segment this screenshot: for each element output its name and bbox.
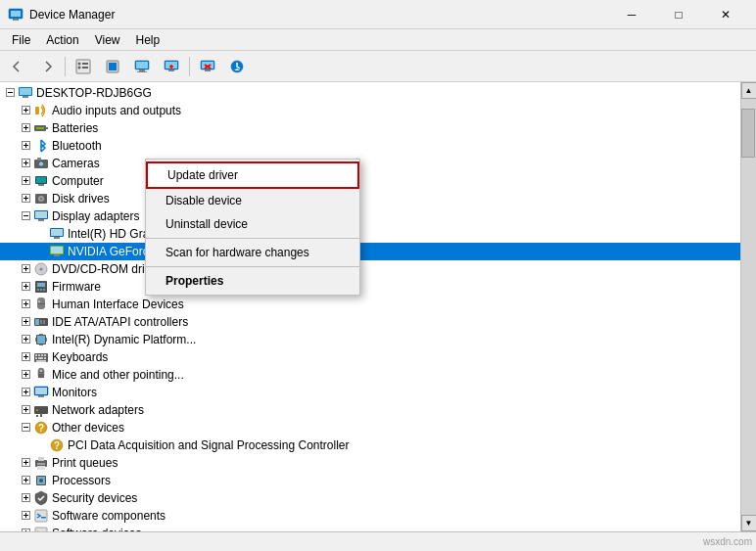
tree-item-cameras[interactable]: Cameras <box>0 155 740 172</box>
context-menu-item-update[interactable]: Update driver <box>146 161 359 189</box>
context-menu-item-uninstall[interactable]: Uninstall device <box>146 212 359 236</box>
context-menu-item-scan[interactable]: Scan for hardware changes <box>146 241 359 264</box>
tree-toggle[interactable] <box>18 405 33 416</box>
svg-rect-1 <box>11 11 21 17</box>
tree-item-keyboards[interactable]: Keyboards <box>0 348 740 366</box>
menu-help[interactable]: Help <box>128 31 168 49</box>
svg-point-4 <box>78 62 81 65</box>
tree-item-other[interactable]: ?Other devices <box>0 419 740 436</box>
tree-item-dvd[interactable]: DVD/CD-ROM drives <box>0 260 740 278</box>
tree-item-bluetooth[interactable]: Bluetooth <box>0 137 740 155</box>
tree-item-ide[interactable]: IDE ATA/ATAPI controllers <box>0 313 740 331</box>
tree-item-pci[interactable]: ?PCI Data Acquisition and Signal Process… <box>0 436 740 454</box>
svg-rect-165 <box>41 517 46 519</box>
menu-file[interactable]: File <box>4 31 38 49</box>
computer-toolbar-button[interactable] <box>128 54 156 79</box>
tree-item-nvidia[interactable]: NVIDIA GeForce 940M <box>0 243 740 260</box>
close-button[interactable]: ✕ <box>703 0 748 29</box>
tree-toggle[interactable] <box>18 141 33 152</box>
scan-toolbar-button[interactable] <box>158 54 185 79</box>
tree-toggle[interactable] <box>18 388 33 398</box>
svg-point-125 <box>40 370 42 372</box>
tree-icon-pci: ? <box>49 437 65 453</box>
tree-label-software: Software components <box>52 509 165 523</box>
tree-toggle[interactable] <box>18 352 33 363</box>
svg-rect-5 <box>82 63 88 65</box>
back-button[interactable] <box>4 54 31 79</box>
svg-point-157 <box>39 479 43 482</box>
tree-toggle[interactable] <box>18 335 33 345</box>
tree-toggle[interactable] <box>18 123 33 134</box>
tree-toggle[interactable] <box>18 511 33 522</box>
status-bar <box>0 531 756 551</box>
tree-toggle[interactable] <box>18 493 33 504</box>
tree-item-mice[interactable]: Mice and other pointing... <box>0 366 740 384</box>
tree-item-software[interactable]: Software components <box>0 507 740 525</box>
toggle-toolbar-button[interactable] <box>99 54 126 79</box>
tree-item-security[interactable]: Security devices <box>0 489 740 507</box>
tree-item-monitors[interactable]: Monitors <box>0 384 740 401</box>
tree-icon-software <box>33 508 49 524</box>
tree-item-network[interactable]: Network adapters <box>0 401 740 419</box>
svg-rect-33 <box>35 107 39 115</box>
tree-item-batteries[interactable]: Batteries <box>0 119 740 137</box>
tree-item-audio[interactable]: Audio inputs and outputs <box>0 102 740 119</box>
svg-point-90 <box>38 300 40 302</box>
tree-toggle[interactable] <box>18 370 33 381</box>
tree-item-computer[interactable]: Computer <box>0 172 740 190</box>
menu-action[interactable]: Action <box>38 31 86 49</box>
tree-icon-firmware <box>33 279 49 295</box>
tree-toggle[interactable] <box>18 476 33 486</box>
tree-item-display[interactable]: Display adapters <box>0 207 740 225</box>
tree-item-diskdrives[interactable]: Disk drives <box>0 190 740 207</box>
minimize-button[interactable]: ─ <box>609 0 654 29</box>
tree-toggle[interactable] <box>18 282 33 293</box>
tree-label-intelproc: Intel(R) Dynamic Platform... <box>52 333 196 346</box>
svg-rect-16 <box>168 69 174 71</box>
tree-toggle[interactable] <box>18 299 33 310</box>
tree-icon-audio <box>33 103 49 118</box>
device-tree[interactable]: DESKTOP-RDJB6GGAudio inputs and outputsB… <box>0 82 740 531</box>
svg-rect-48 <box>37 158 41 161</box>
context-menu-item-properties[interactable]: Properties <box>146 269 359 293</box>
tree-toggle[interactable] <box>18 458 33 469</box>
tree-item-swdevices[interactable]: Software devices <box>0 525 740 531</box>
svg-point-60 <box>40 198 42 200</box>
tree-toggle[interactable] <box>18 211 33 222</box>
tree-item-human[interactable]: Human Interface Devices <box>0 296 740 313</box>
context-menu-item-disable[interactable]: Disable device <box>146 189 359 212</box>
forward-button[interactable] <box>33 54 61 79</box>
update-toolbar-button[interactable] <box>223 54 251 79</box>
tree-toggle[interactable] <box>18 194 33 205</box>
svg-rect-111 <box>35 354 37 356</box>
scrollbar-thumb[interactable] <box>741 109 755 158</box>
menu-view[interactable]: View <box>87 31 128 49</box>
tree-item-intelproc[interactable]: Intel(R) Dynamic Platform... <box>0 331 740 348</box>
tree-item-intel[interactable]: Intel(R) HD Graphics 520 <box>0 225 740 243</box>
scroll-down-button[interactable]: ▼ <box>741 515 757 531</box>
scrollbar[interactable]: ▲ ▼ <box>740 82 756 531</box>
tree-toggle[interactable] <box>18 159 33 169</box>
tree-label-display: Display adapters <box>52 209 139 223</box>
tree-toggle[interactable] <box>18 528 33 532</box>
tree-toggle[interactable] <box>18 317 33 328</box>
tree-toggle[interactable] <box>18 423 33 434</box>
scroll-up-button[interactable]: ▲ <box>741 82 757 99</box>
svg-point-82 <box>37 289 39 291</box>
tree-label-ide: IDE ATA/ATAPI controllers <box>52 315 188 329</box>
tree-toggle[interactable] <box>18 106 33 116</box>
tree-toggle[interactable] <box>2 88 18 99</box>
remove-toolbar-button[interactable] <box>194 54 221 79</box>
tree-item-processors[interactable]: Processors <box>0 472 740 489</box>
tree-item-printqueues[interactable]: Print queues <box>0 454 740 472</box>
tree-toggle[interactable] <box>18 176 33 187</box>
tree-item-firmware[interactable]: Firmware <box>0 278 740 296</box>
maximize-button[interactable]: □ <box>656 0 701 29</box>
scrollbar-track[interactable] <box>741 99 756 515</box>
svg-rect-123 <box>38 374 44 378</box>
toolbar-separator-2 <box>189 57 190 76</box>
tree-item-root[interactable]: DESKTOP-RDJB6GG <box>0 84 740 102</box>
properties-toolbar-button[interactable] <box>70 54 97 79</box>
tree-toggle[interactable] <box>18 264 33 275</box>
tree-icon-display <box>33 208 49 224</box>
